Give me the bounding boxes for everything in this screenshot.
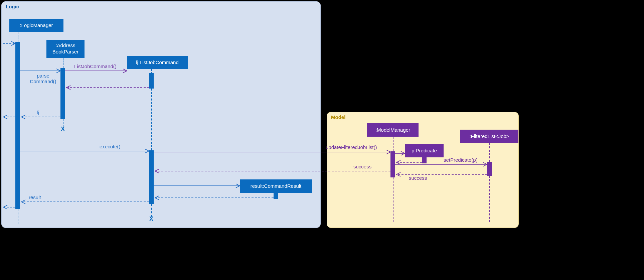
activation-ljc-exec: [149, 150, 154, 204]
lifeline-fl-top: [489, 143, 490, 162]
msg-lj-return: lj: [37, 110, 39, 115]
obj-list-job-command: lj:ListJobCommand: [127, 56, 188, 69]
activation-ljc-small: [149, 73, 154, 89]
msg-update-filtered: updateFilteredJobList(): [326, 144, 377, 150]
termination-abp: X: [61, 126, 65, 133]
obj-filtered-list: :FilteredList<Job>: [460, 130, 518, 143]
activation-command-result: [274, 193, 278, 199]
msg-result-return: result: [29, 194, 41, 200]
msg-parse-command: parse Command(): [25, 73, 61, 84]
obj-address-book-parser: :Address BookParser: [46, 40, 85, 58]
msg-list-job-command-ctor: ListJobCommand(): [74, 63, 117, 69]
lifeline-logic-manager-tail: [18, 209, 18, 224]
frame-model-label: Model: [331, 114, 345, 120]
lifeline-logic-manager: [18, 32, 18, 42]
lifeline-ljc-tail: [151, 204, 152, 217]
lifeline-abp-top: [63, 58, 63, 68]
msg-success-mm: success: [353, 164, 371, 169]
activation-fl: [487, 162, 492, 176]
activation-logic-manager: [15, 42, 20, 209]
activation-mm: [390, 151, 395, 177]
msg-success-fl: success: [409, 175, 427, 181]
activation-predicate: [422, 157, 427, 163]
lifeline-mm-top: [393, 137, 393, 151]
lifeline-mm-tail: [393, 177, 393, 222]
frame-logic: Logic: [1, 1, 321, 228]
msg-set-predicate: setPredicate(p): [444, 157, 478, 163]
lifeline-fl-tail: [489, 176, 490, 222]
obj-logic-manager: :LogicManager: [9, 19, 63, 32]
diagram-canvas: Logic Model :LogicManager :Address BookP…: [0, 0, 644, 280]
msg-execute: execute(): [100, 144, 121, 149]
obj-predicate: p:Predicate: [405, 144, 444, 157]
frame-logic-label: Logic: [6, 4, 19, 9]
obj-command-result: result:CommandResult: [240, 179, 312, 193]
termination-ljc: X: [149, 216, 153, 223]
lifeline-ljc-mid: [151, 89, 152, 150]
obj-model-manager: :ModelManager: [367, 123, 419, 137]
